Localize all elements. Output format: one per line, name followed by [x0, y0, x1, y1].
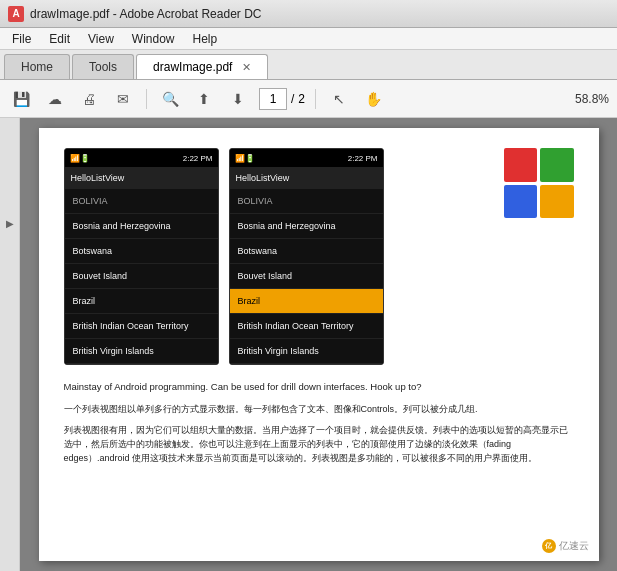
- app-icon: A: [8, 6, 24, 22]
- chinese-text-1: 一个列表视图组以单列多行的方式显示数据。每一列都包含了文本、图像和Control…: [64, 402, 574, 416]
- watermark-text: 亿速云: [559, 539, 589, 553]
- list-item: British Indian Ocean Territory: [65, 314, 218, 339]
- pdf-text-section: Mainstay of Android programming. Can be …: [64, 380, 574, 466]
- left-time: 2:22 PM: [183, 154, 213, 163]
- menu-help[interactable]: Help: [185, 30, 226, 48]
- right-title-bar: HelloListView: [230, 167, 383, 189]
- left-sidebar: ▶: [0, 118, 20, 571]
- win-quadrant-blue: [504, 185, 538, 219]
- watermark: 亿 亿速云: [542, 539, 589, 553]
- right-status-bar: 📶🔋 2:22 PM: [230, 149, 383, 167]
- windows-logo-grid: [504, 148, 574, 218]
- menu-view[interactable]: View: [80, 30, 122, 48]
- window-title: drawImage.pdf - Adobe Acrobat Reader DC: [30, 7, 261, 21]
- prev-page-button[interactable]: ⬆: [191, 86, 217, 112]
- print-button[interactable]: 🖨: [76, 86, 102, 112]
- upload-button[interactable]: ☁: [42, 86, 68, 112]
- page-input-group: / 2: [259, 88, 305, 110]
- win-quadrant-green: [540, 148, 574, 182]
- tab-home[interactable]: Home: [4, 54, 70, 79]
- list-item: Botswana: [230, 239, 383, 264]
- list-item: Bouvet Island: [230, 264, 383, 289]
- page-separator: /: [291, 92, 294, 106]
- win-quadrant-yellow: [540, 185, 574, 219]
- main-text: Mainstay of Android programming. Can be …: [64, 380, 574, 394]
- left-signal-icons: 📶🔋: [70, 154, 90, 163]
- list-item: BOLIVIA: [230, 189, 383, 214]
- toolbar: 💾 ☁ 🖨 ✉ 🔍 ⬆ ⬇ / 2 ↖ ✋ 58.8%: [0, 80, 617, 118]
- screenshots-row: 📶🔋 2:22 PM HelloListView BOLIVIA Bosnia …: [64, 148, 574, 365]
- hand-button[interactable]: ✋: [360, 86, 386, 112]
- zoom-in-button[interactable]: 🔍: [157, 86, 183, 112]
- select-button[interactable]: ↖: [326, 86, 352, 112]
- email-button[interactable]: ✉: [110, 86, 136, 112]
- screenshot-right: 📶🔋 2:22 PM HelloListView BOLIVIA Bosnia …: [229, 148, 384, 365]
- tab-document[interactable]: drawImage.pdf ✕: [136, 54, 268, 79]
- list-item: Bouvet Island: [65, 264, 218, 289]
- next-page-button[interactable]: ⬇: [225, 86, 251, 112]
- win-quadrant-red: [504, 148, 538, 182]
- right-signal-icons: 📶🔋: [235, 154, 255, 163]
- chinese-text-2: 列表视图很有用，因为它们可以组织大量的数据。当用户选择了一个项目时，就会提供反馈…: [64, 423, 574, 466]
- sidebar-collapse-arrow[interactable]: ▶: [6, 218, 14, 229]
- left-status-bar: 📶🔋 2:22 PM: [65, 149, 218, 167]
- toolbar-sep-1: [146, 89, 147, 109]
- menu-file[interactable]: File: [4, 30, 39, 48]
- list-item: Bosnia and Herzegovina: [65, 214, 218, 239]
- tab-tools[interactable]: Tools: [72, 54, 134, 79]
- tab-close-button[interactable]: ✕: [242, 61, 251, 73]
- menu-edit[interactable]: Edit: [41, 30, 78, 48]
- list-item: British Indian Ocean Territory: [230, 314, 383, 339]
- list-item: Brazil: [65, 289, 218, 314]
- page-number-input[interactable]: [259, 88, 287, 110]
- menu-window[interactable]: Window: [124, 30, 183, 48]
- tab-bar: Home Tools drawImage.pdf ✕: [0, 50, 617, 80]
- windows-logo: [504, 148, 579, 223]
- left-title-bar: HelloListView: [65, 167, 218, 189]
- watermark-icon: 亿: [542, 539, 556, 553]
- zoom-level: 58.8%: [575, 92, 609, 106]
- right-time: 2:22 PM: [348, 154, 378, 163]
- toolbar-sep-2: [315, 89, 316, 109]
- total-pages: 2: [298, 92, 305, 106]
- list-item: British Virgin Islands: [230, 339, 383, 364]
- list-item: BOLIVIA: [65, 189, 218, 214]
- right-list: BOLIVIA Bosnia and Herzegovina Botswana …: [230, 189, 383, 364]
- title-bar: A drawImage.pdf - Adobe Acrobat Reader D…: [0, 0, 617, 28]
- list-item: Botswana: [65, 239, 218, 264]
- pdf-page: 📶🔋 2:22 PM HelloListView BOLIVIA Bosnia …: [39, 128, 599, 561]
- main-area: ▶ 📶🔋 2:22 PM HelloListView BOLIVIA Bo: [0, 118, 617, 571]
- screenshot-left: 📶🔋 2:22 PM HelloListView BOLIVIA Bosnia …: [64, 148, 219, 365]
- list-item: British Virgin Islands: [65, 339, 218, 364]
- pdf-content[interactable]: 📶🔋 2:22 PM HelloListView BOLIVIA Bosnia …: [20, 118, 617, 571]
- save-button[interactable]: 💾: [8, 86, 34, 112]
- left-list: BOLIVIA Bosnia and Herzegovina Botswana …: [65, 189, 218, 364]
- list-item: Bosnia and Herzegovina: [230, 214, 383, 239]
- list-item-selected: Brazil: [230, 289, 383, 314]
- menu-bar: File Edit View Window Help: [0, 28, 617, 50]
